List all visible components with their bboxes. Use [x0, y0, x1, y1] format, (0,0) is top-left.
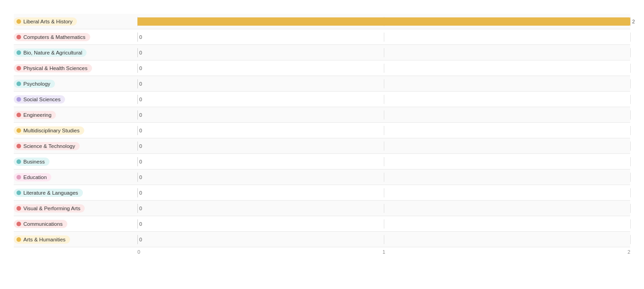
- bar-value-label: 0: [139, 174, 142, 180]
- label-pill: Business: [14, 158, 137, 166]
- bar-row: Liberal Arts & History2: [14, 14, 630, 29]
- pill-dot: [16, 82, 21, 86]
- bar-container: 0: [137, 48, 630, 57]
- label-pill: Engineering: [14, 111, 137, 119]
- bar-container: 0: [137, 64, 630, 73]
- pill-dot: [16, 206, 21, 211]
- bar-row: Psychology0: [14, 76, 630, 92]
- pill-dot: [16, 113, 21, 117]
- bar-label: Education: [23, 174, 47, 180]
- pill-dot: [16, 97, 21, 102]
- bar-label: Computers & Mathematics: [23, 34, 86, 40]
- bar-value-label: 2: [632, 19, 635, 24]
- bar-value-label: 0: [139, 237, 142, 242]
- label-pill: Computers & Mathematics: [14, 33, 137, 41]
- bar-label: Science & Technology: [23, 143, 75, 149]
- bar-container: 0: [137, 173, 630, 182]
- bar-value-label: 0: [139, 34, 142, 40]
- bar-value-label: 0: [139, 97, 142, 102]
- pill-dot: [16, 175, 21, 180]
- pill-dot: [16, 66, 21, 71]
- bar-row: Physical & Health Sciences0: [14, 60, 630, 76]
- bar-label: Bio, Nature & Agricultural: [23, 50, 82, 55]
- bar-value-label: 0: [139, 221, 142, 227]
- x-tick: 2: [466, 249, 630, 255]
- bar-container: 0: [137, 33, 630, 42]
- pill-dot: [16, 128, 21, 133]
- bar-container: 0: [137, 142, 630, 151]
- label-pill: Psychology: [14, 80, 137, 88]
- label-pill: Education: [14, 173, 137, 181]
- bar-container: 0: [137, 188, 630, 197]
- x-tick: 1: [302, 249, 466, 255]
- bar-container: 0: [137, 204, 630, 213]
- bar-value-label: 0: [139, 112, 142, 118]
- bar-label: Psychology: [23, 81, 50, 87]
- pill-dot: [16, 237, 21, 242]
- bar-value-label: 0: [139, 143, 142, 149]
- label-pill: Social Sciences: [14, 95, 137, 104]
- bar-row: Science & Technology0: [14, 138, 630, 154]
- bar-label: Multidisciplinary Studies: [23, 128, 80, 133]
- pill-dot: [16, 35, 21, 39]
- bar-row: Literature & Languages0: [14, 185, 630, 201]
- pill-dot: [16, 144, 21, 148]
- bar-value-label: 0: [139, 159, 142, 164]
- bar-container: 0: [137, 126, 630, 135]
- bar-value-label: 0: [139, 190, 142, 196]
- bar-label: Communications: [23, 221, 63, 227]
- bar-container: 0: [137, 95, 630, 104]
- bar-label: Physical & Health Sciences: [23, 65, 87, 71]
- bar-row: Multidisciplinary Studies0: [14, 123, 630, 138]
- chart-area: Liberal Arts & History2Computers & Mathe…: [14, 14, 630, 247]
- bar-container: 0: [137, 235, 630, 244]
- bar: [137, 17, 630, 26]
- bar-label: Literature & Languages: [23, 190, 78, 196]
- bar-label: Engineering: [23, 112, 51, 118]
- label-pill: Visual & Performing Arts: [14, 204, 137, 213]
- pill-dot: [16, 159, 21, 164]
- bar-container: 2: [137, 17, 630, 26]
- bar-row: Visual & Performing Arts0: [14, 201, 630, 216]
- bar-value-label: 0: [139, 128, 142, 133]
- bar-value-label: 0: [139, 50, 142, 55]
- pill-dot: [16, 191, 21, 195]
- label-pill: Literature & Languages: [14, 189, 137, 197]
- bar-row: Engineering0: [14, 107, 630, 123]
- bar-value-label: 0: [139, 65, 142, 71]
- bar-container: 0: [137, 157, 630, 166]
- bar-row: Bio, Nature & Agricultural0: [14, 45, 630, 60]
- bar-value-label: 0: [139, 81, 142, 87]
- bar-row: Communications0: [14, 216, 630, 232]
- label-pill: Arts & Humanities: [14, 235, 137, 244]
- bar-label: Business: [23, 159, 45, 164]
- label-pill: Liberal Arts & History: [14, 17, 137, 26]
- bar-row: Business0: [14, 154, 630, 169]
- bar-container: 0: [137, 79, 630, 88]
- x-tick: 0: [137, 249, 302, 255]
- label-pill: Multidisciplinary Studies: [14, 126, 137, 135]
- label-pill: Physical & Health Sciences: [14, 64, 137, 72]
- bar-container: 0: [137, 110, 630, 120]
- pill-dot: [16, 50, 21, 55]
- pill-dot: [16, 222, 21, 226]
- label-pill: Bio, Nature & Agricultural: [14, 49, 137, 57]
- bar-row: Computers & Mathematics0: [14, 29, 630, 45]
- bar-container: 0: [137, 219, 630, 229]
- bar-label: Arts & Humanities: [23, 237, 65, 242]
- label-pill: Communications: [14, 220, 137, 228]
- x-axis: 012: [14, 249, 630, 255]
- pill-dot: [16, 19, 21, 24]
- bar-row: Arts & Humanities0: [14, 232, 630, 247]
- bar-row: Social Sciences0: [14, 92, 630, 107]
- bar-label: Visual & Performing Arts: [23, 206, 80, 211]
- bar-value-label: 0: [139, 206, 142, 211]
- bar-label: Social Sciences: [23, 97, 60, 102]
- bar-label: Liberal Arts & History: [23, 19, 72, 24]
- label-pill: Science & Technology: [14, 142, 137, 150]
- bar-row: Education0: [14, 169, 630, 185]
